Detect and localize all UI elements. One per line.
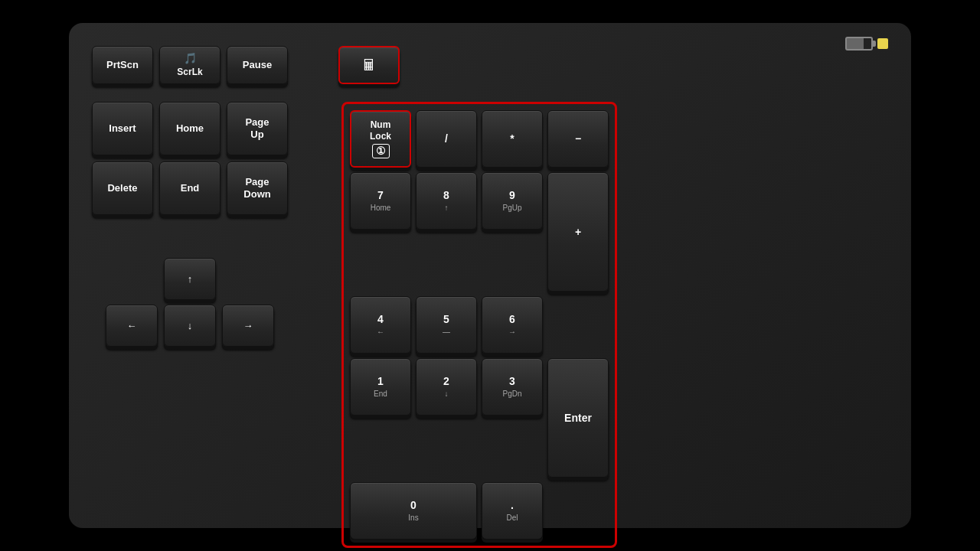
num4-sub: ← — [377, 328, 384, 337]
scrlk-icon: 🎵 — [184, 52, 197, 65]
arrow-spacer — [92, 221, 288, 244]
key-numdiv[interactable]: / — [416, 110, 477, 168]
nav-row-2: Delete End Page Down — [92, 161, 288, 215]
led-indicator — [877, 38, 888, 49]
pause-label: Pause — [243, 59, 272, 71]
num6-sub: → — [508, 328, 516, 337]
num6-label: 6 — [509, 313, 515, 326]
key-arrow-left[interactable]: ← — [106, 305, 158, 347]
calc-icon: 🖩 — [361, 57, 377, 74]
numdiv-label: / — [445, 132, 448, 145]
num0-label: 0 — [410, 499, 416, 512]
numpad-row-4: 0 Ins . Del — [350, 482, 609, 540]
numpad-row-0: Num Lock ① / * − — [350, 110, 609, 168]
key-numenter[interactable]: Enter — [547, 358, 609, 478]
key-num5[interactable]: 5 — — [416, 296, 477, 354]
numdot-sub: Del — [506, 514, 518, 523]
num5-label: 5 — [443, 313, 449, 326]
numpad: Num Lock ① / * − 7 Home — [341, 102, 617, 548]
key-num8[interactable]: 8 ↑ — [416, 172, 477, 230]
key-numdot[interactable]: . Del — [482, 482, 543, 540]
key-num3[interactable]: 3 PgDn — [482, 358, 543, 416]
num7-label: 7 — [377, 189, 384, 202]
nav-cluster: Insert Home Page Up Delete End — [92, 102, 288, 347]
numenter-label: Enter — [564, 412, 592, 425]
arrow-right-icon: → — [243, 320, 253, 332]
pagedown-line1: Page — [245, 176, 269, 188]
numpad-row-1: 7 Home 8 ↑ 9 PgUp + — [350, 172, 609, 292]
home-label: Home — [176, 122, 204, 135]
num2-label: 2 — [443, 375, 449, 388]
end-label: End — [181, 182, 200, 194]
num8-label: 8 — [443, 189, 449, 202]
numadd-label: + — [575, 226, 581, 239]
num3-sub: PgDn — [502, 390, 521, 399]
keyboard-body: Insert Home Page Up Delete End — [92, 102, 888, 548]
key-calculator[interactable]: 🖩 — [338, 46, 400, 84]
keyboard: PrtScn 🎵 ScrLk Pause 🖩 Insert — [69, 23, 911, 528]
insert-label: Insert — [109, 122, 136, 135]
arrow-up-icon: ↑ — [188, 273, 193, 285]
key-pageup[interactable]: Page Up — [227, 102, 288, 155]
numpad-row-3: 1 End 2 ↓ 3 PgDn Enter — [350, 358, 609, 478]
battery-icon — [845, 37, 873, 51]
nummul-label: * — [510, 132, 514, 145]
num7-sub: Home — [371, 204, 391, 213]
num2-sub: ↓ — [445, 390, 449, 399]
num0-sub: Ins — [408, 514, 418, 523]
arrow-left-icon: ← — [127, 320, 137, 332]
num1-label: 1 — [377, 375, 384, 388]
arrow-down-icon: ↓ — [188, 320, 193, 332]
key-num4[interactable]: 4 ← — [350, 296, 411, 354]
pageup-line1: Page — [245, 116, 269, 129]
num9-sub: PgUp — [502, 204, 521, 213]
status-bar — [845, 37, 888, 51]
numlock-indicator: ① — [372, 144, 390, 158]
key-nummul[interactable]: * — [482, 110, 543, 168]
key-num1[interactable]: 1 End — [350, 358, 411, 416]
key-num6[interactable]: 6 → — [482, 296, 543, 354]
key-num7[interactable]: 7 Home — [350, 172, 411, 230]
key-num0[interactable]: 0 Ins — [350, 482, 477, 540]
key-num9[interactable]: 9 PgUp — [482, 172, 543, 230]
key-arrow-right[interactable]: → — [222, 305, 274, 347]
key-scrlk[interactable]: 🎵 ScrLk — [159, 46, 220, 84]
numlock-line1: Num — [371, 119, 391, 130]
num1-sub: End — [374, 390, 387, 399]
scrlk-label: ScrLk — [177, 67, 202, 77]
numdot-label: . — [511, 499, 514, 512]
nav-row-1: Insert Home Page Up — [92, 102, 288, 155]
numpad-row-2: 4 ← 5 — 6 → — [350, 296, 609, 354]
num8-sub: ↑ — [445, 204, 449, 213]
key-numsub[interactable]: − — [547, 110, 609, 168]
key-num2[interactable]: 2 ↓ — [416, 358, 477, 416]
arrow-cluster: ↑ ← ↓ → — [92, 258, 288, 347]
key-delete[interactable]: Delete — [92, 161, 153, 215]
pageup-line2: Up — [250, 129, 263, 141]
plus-spacer — [547, 296, 609, 354]
prtscn-label: PrtScn — [106, 59, 139, 71]
key-home[interactable]: Home — [159, 102, 220, 155]
key-end[interactable]: End — [159, 161, 220, 215]
num3-label: 3 — [509, 375, 515, 388]
delete-label: Delete — [107, 182, 137, 194]
num4-label: 4 — [377, 313, 384, 326]
pagedown-line2: Down — [243, 188, 270, 201]
top-row: PrtScn 🎵 ScrLk Pause 🖩 — [92, 46, 888, 84]
key-arrow-down[interactable]: ↓ — [164, 305, 216, 347]
arrow-row-up: ↑ — [92, 258, 288, 300]
key-arrow-up[interactable]: ↑ — [164, 258, 216, 300]
numsub-label: − — [575, 132, 581, 145]
numlock-line2: Lock — [370, 131, 391, 142]
key-prtscn[interactable]: PrtScn — [92, 46, 153, 84]
key-numlock[interactable]: Num Lock ① — [350, 110, 411, 168]
key-pause[interactable]: Pause — [227, 46, 288, 84]
num9-label: 9 — [509, 189, 515, 202]
enter-spacer — [547, 482, 609, 540]
key-insert[interactable]: Insert — [92, 102, 153, 155]
key-pagedown[interactable]: Page Down — [227, 161, 288, 215]
num5-sub: — — [443, 328, 450, 337]
arrow-row-main: ← ↓ → — [92, 305, 288, 347]
key-numadd[interactable]: + — [547, 172, 609, 292]
